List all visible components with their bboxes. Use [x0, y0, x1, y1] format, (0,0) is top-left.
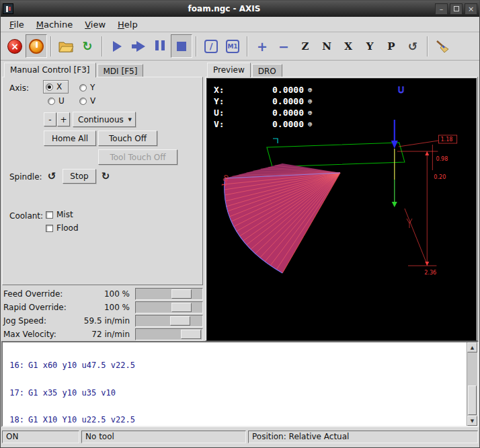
- optional-pause-button[interactable]: M1: [222, 34, 243, 58]
- rapid-override-slider[interactable]: [135, 301, 203, 313]
- dro-y-value: 0.0000: [229, 96, 304, 106]
- zoom-out-icon: −: [278, 39, 289, 54]
- close-button[interactable]: ×: [465, 3, 477, 15]
- spindle-label: Spindle:: [9, 172, 42, 182]
- spindle-stop-button[interactable]: Stop: [63, 169, 96, 184]
- radio-v-label: V: [90, 96, 95, 106]
- chevron-down-icon: ▼: [128, 117, 135, 122]
- jog-speed-label: Jog Speed:: [3, 316, 46, 326]
- tool-tip-marker: [392, 202, 397, 207]
- max-velocity-label: Max Velocity:: [3, 330, 56, 339]
- touch-off-button[interactable]: Touch Off: [98, 130, 157, 146]
- scroll-up-button[interactable]: ▲: [467, 342, 477, 352]
- menu-help[interactable]: Help: [112, 17, 144, 32]
- jog-speed-handle[interactable]: [170, 316, 190, 326]
- window-icon[interactable]: [3, 3, 13, 14]
- homed-icon: ⊕: [308, 85, 313, 94]
- gcode-line[interactable]: 17:G1 x35 y10 u35 v10: [3, 389, 466, 398]
- toolbar-separator: [247, 36, 248, 57]
- rotate-view-icon: ↺: [408, 40, 417, 53]
- gcode-line[interactable]: 18:G1 X10 Y10 u22.5 v22.5: [3, 416, 466, 425]
- radio-u-label: U: [58, 96, 65, 106]
- zoom-in-icon: +: [257, 39, 268, 54]
- zoom-in-button[interactable]: +: [251, 34, 273, 58]
- menubar: File Machine View Help: [1, 17, 479, 32]
- tab-preview[interactable]: Preview: [207, 63, 251, 77]
- menu-view[interactable]: View: [79, 17, 112, 32]
- view-x-button[interactable]: X: [337, 34, 359, 58]
- flood-checkbox[interactable]: Flood: [46, 223, 79, 233]
- menu-file[interactable]: File: [3, 17, 30, 32]
- maximize-button[interactable]: [450, 3, 463, 15]
- max-velocity-handle[interactable]: [181, 330, 201, 339]
- spindle-ccw-button[interactable]: ↺: [44, 168, 60, 184]
- homed-icon: ⊕: [308, 120, 313, 128]
- gcode-line[interactable]: 16:G1 x60 y10 u47.5 v22.5: [3, 361, 466, 371]
- tab-manual-control[interactable]: Manual Control [F3]: [4, 63, 96, 77]
- step-icon: [132, 41, 145, 52]
- maximize-icon: [454, 6, 459, 11]
- estop-button[interactable]: ×: [4, 34, 26, 58]
- radio-x-indicator: [46, 83, 53, 91]
- radio-axis-u[interactable]: U: [48, 96, 65, 106]
- jog-mode-dropdown[interactable]: Continuous ▼: [73, 112, 136, 127]
- minimize-button[interactable]: –: [435, 3, 448, 15]
- clear-plot-button[interactable]: [432, 34, 453, 58]
- zoom-out-button[interactable]: −: [273, 34, 294, 58]
- scrollbar-thumb[interactable]: [468, 385, 477, 415]
- view-z-icon: Z: [302, 40, 309, 52]
- reload-file-button[interactable]: ↻: [77, 34, 98, 58]
- dim-2-36: 2.36: [424, 270, 436, 276]
- dro-v-label: V:: [214, 119, 229, 129]
- stop-icon: [177, 42, 186, 51]
- flood-checkbox-indicator: [46, 225, 53, 232]
- stop-program-button[interactable]: [171, 34, 192, 58]
- homed-icon: ⊕: [308, 97, 313, 106]
- radio-axis-x[interactable]: X: [43, 80, 69, 94]
- gcode-lines: 16:G1 x60 y10 u47.5 v22.5 17:G1 x35 y10 …: [3, 343, 466, 427]
- view-y-button[interactable]: Y: [359, 34, 381, 58]
- menu-machine[interactable]: Machine: [30, 17, 79, 32]
- main-area: Manual Control [F3] MDI [F5] Axis: X Y: [1, 61, 479, 341]
- run-program-button[interactable]: [106, 34, 128, 58]
- skip-lines-button[interactable]: /: [200, 34, 222, 58]
- rapid-override-handle[interactable]: [171, 303, 192, 312]
- spindle-cw-icon: ↻: [102, 170, 110, 182]
- view-z-button[interactable]: Z: [294, 34, 316, 58]
- preview-canvas[interactable]: X: 0.0000 ⊕ Y: 0.0000 ⊕ U: 0: [206, 78, 477, 341]
- spindle-cw-button[interactable]: ↻: [97, 168, 114, 184]
- view-z-rotated-button[interactable]: N: [316, 34, 337, 58]
- toolbar-separator: [50, 36, 52, 57]
- feed-override-handle[interactable]: [171, 289, 192, 299]
- radio-axis-v[interactable]: V: [79, 96, 95, 106]
- estop-icon: ×: [7, 39, 22, 54]
- tab-mdi[interactable]: MDI [F5]: [97, 64, 144, 77]
- mist-checkbox[interactable]: Mist: [46, 210, 73, 219]
- radio-y-indicator: [79, 84, 87, 91]
- jog-speed-slider[interactable]: [135, 315, 203, 327]
- jog-plus-button[interactable]: +: [57, 112, 70, 126]
- machine-power-button[interactable]: [26, 34, 47, 58]
- step-program-button[interactable]: [128, 34, 149, 58]
- gcode-scrollbar[interactable]: ▲ ▼: [467, 342, 477, 426]
- pause-program-button[interactable]: [149, 34, 171, 58]
- work-envelope: [267, 143, 405, 167]
- machine-state-cell: ON: [2, 431, 79, 443]
- scroll-down-button[interactable]: ▼: [467, 416, 477, 426]
- jog-minus-button[interactable]: -: [44, 112, 56, 126]
- tool-direction-arrow: [391, 141, 398, 149]
- pause-icon: [154, 40, 166, 52]
- max-velocity-slider[interactable]: [135, 328, 203, 340]
- feed-override-slider[interactable]: [135, 288, 203, 300]
- spindle-ccw-icon: ↺: [48, 170, 56, 182]
- rotate-view-button[interactable]: ↺: [402, 34, 424, 58]
- tab-dro[interactable]: DRO: [252, 64, 282, 77]
- view-perspective-button[interactable]: P: [381, 34, 402, 58]
- open-file-button[interactable]: [55, 34, 77, 58]
- home-all-button[interactable]: Home All: [44, 130, 96, 146]
- preview-notebook: Preview DRO X: 0.0000 ⊕ Y:: [205, 62, 478, 341]
- max-velocity-row: Max Velocity: 72 in/min: [1, 328, 204, 341]
- radio-axis-y[interactable]: Y: [79, 83, 95, 92]
- radio-u-indicator: [48, 98, 55, 105]
- dro-row-y: Y: 0.0000 ⊕: [214, 96, 313, 107]
